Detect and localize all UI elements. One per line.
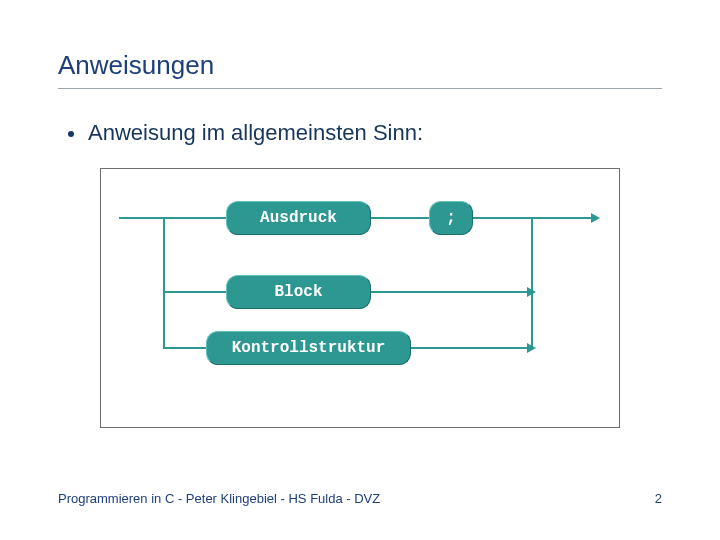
rail: [371, 291, 533, 293]
node-ausdruck-label: Ausdruck: [260, 209, 337, 227]
arrow-right-icon: [527, 287, 536, 297]
rail: [163, 347, 206, 349]
page-number: 2: [655, 491, 662, 506]
title-underline: [58, 88, 662, 89]
arrow-right-icon: [527, 343, 536, 353]
bullet-text: Anweisung im allgemeinsten Sinn:: [88, 120, 423, 146]
rail: [411, 347, 533, 349]
syntax-diagram-frame: Ausdruck ; Block Kontrollstruktur: [100, 168, 620, 428]
rail: [371, 217, 429, 219]
footer-text: Programmieren in C - Peter Klingebiel - …: [58, 491, 380, 506]
rail: [163, 217, 165, 348]
slide: Anweisungen Anweisung im allgemeinsten S…: [0, 0, 720, 540]
bullet-item: Anweisung im allgemeinsten Sinn:: [68, 120, 423, 146]
node-kontrollstruktur-label: Kontrollstruktur: [232, 339, 386, 357]
node-block-label: Block: [274, 283, 322, 301]
bullet-dot-icon: [68, 131, 74, 137]
arrow-right-icon: [591, 213, 600, 223]
node-kontrollstruktur: Kontrollstruktur: [206, 331, 411, 365]
rail: [163, 291, 226, 293]
node-semicolon: ;: [429, 201, 473, 235]
slide-title: Anweisungen: [58, 50, 214, 81]
rail: [531, 217, 533, 348]
node-ausdruck: Ausdruck: [226, 201, 371, 235]
node-block: Block: [226, 275, 371, 309]
node-semicolon-label: ;: [446, 209, 456, 227]
rail: [119, 217, 226, 219]
